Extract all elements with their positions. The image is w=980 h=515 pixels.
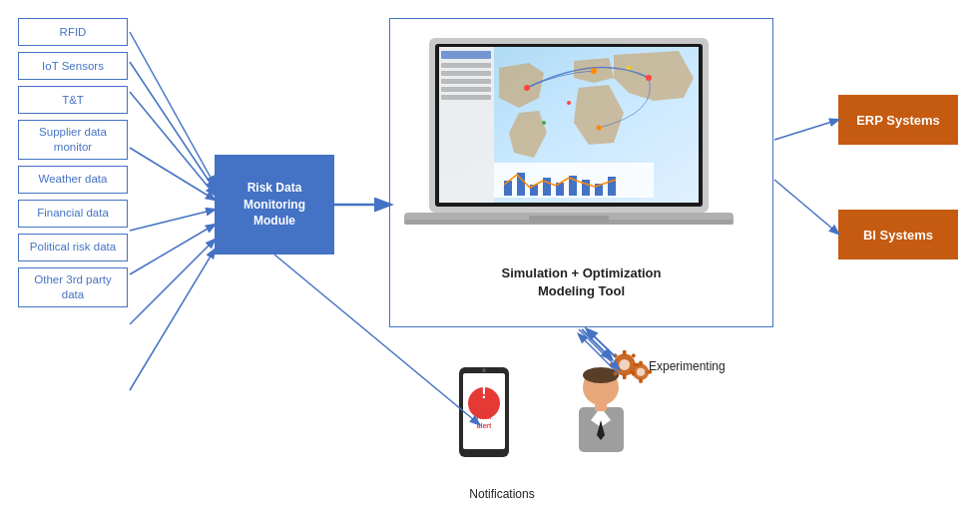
svg-point-13 [646,75,652,81]
svg-line-67 [130,250,215,390]
financial-box: Financial data [18,200,128,228]
diagram-container: RFID IoT Sensors T&T Supplier data monit… [0,0,980,515]
svg-line-64 [130,210,215,231]
bi-systems-label: BI Systems [863,228,933,243]
svg-rect-25 [582,180,590,196]
svg-point-45 [619,359,630,370]
svg-text:Risk: Risk [477,413,492,420]
erp-systems-box: ERP Systems [838,95,958,145]
svg-rect-6 [441,63,491,68]
svg-rect-10 [441,95,491,100]
notifications-label: Notifications [452,487,552,501]
svg-point-15 [567,101,571,105]
svg-line-65 [130,225,215,274]
svg-point-16 [627,66,631,70]
svg-rect-7 [441,71,491,76]
svg-rect-46 [623,350,627,355]
weather-box: Weather data [18,166,128,194]
svg-text:alert: alert [477,422,492,429]
svg-rect-8 [441,79,491,84]
svg-text:!: ! [481,384,486,401]
svg-line-69 [774,120,838,140]
svg-point-55 [637,368,645,376]
simulation-label: Simulation + Optimization Modeling Tool [389,264,773,300]
svg-point-17 [542,121,546,125]
svg-point-37 [482,368,486,372]
svg-rect-43 [595,403,607,411]
svg-line-66 [130,240,215,324]
phone-icon: ! Risk alert [454,365,514,460]
svg-point-14 [597,126,602,131]
svg-line-63 [130,148,215,200]
iot-box: IoT Sensors [18,52,128,80]
political-box: Political risk data [18,234,128,261]
svg-point-11 [524,85,530,91]
svg-line-70 [774,180,838,234]
svg-rect-58 [630,370,635,374]
experimenting-label: Experimenting [649,359,726,373]
rfid-box: RFID [18,18,128,46]
svg-line-61 [130,62,215,190]
risk-module-label: Risk Data Monitoring Module [223,180,326,230]
risk-module-box: Risk Data Monitoring Module [215,155,334,255]
svg-rect-4 [439,47,494,203]
svg-rect-56 [639,361,643,366]
svg-rect-5 [441,51,491,59]
tnt-box: T&T [18,86,128,114]
erp-systems-label: ERP Systems [856,113,940,128]
data-sources-column: RFID IoT Sensors T&T Supplier data monit… [18,18,128,307]
svg-rect-57 [639,378,643,383]
svg-point-12 [591,68,597,74]
laptop-illustration [399,28,738,238]
gears-icon [599,339,654,389]
svg-rect-47 [623,374,627,379]
svg-line-60 [130,32,215,185]
other-party-box: Other 3rd party data [18,267,128,307]
svg-line-62 [130,92,215,195]
svg-rect-48 [610,363,615,367]
svg-rect-9 [441,87,491,92]
bi-systems-box: BI Systems [838,210,958,259]
supplier-box: Supplier data monitor [18,120,128,160]
svg-rect-30 [529,216,609,223]
